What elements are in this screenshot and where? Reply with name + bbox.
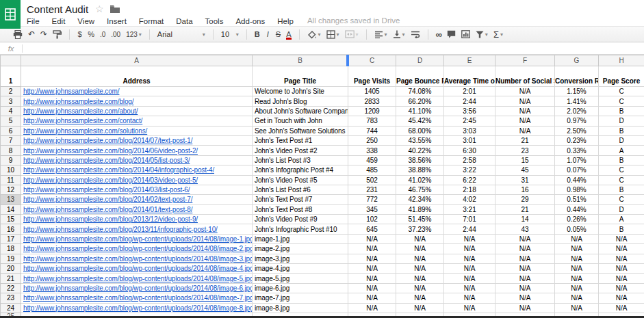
cell-page-title[interactable]: image-8.jpg xyxy=(253,303,348,313)
cell-page-score[interactable]: N/A xyxy=(599,303,644,313)
row-header-14[interactable]: 14 xyxy=(1,204,21,214)
column-header-c[interactable]: C xyxy=(348,55,396,66)
cell-page-score[interactable]: N/A xyxy=(599,274,644,283)
url-link[interactable]: http://www.johnssamplesite.com/blog/2014… xyxy=(23,147,198,155)
cell-page-score[interactable]: C xyxy=(599,165,644,175)
cell-page-title[interactable]: Get in Touch with John xyxy=(253,116,348,126)
cell-page-score[interactable]: C xyxy=(599,195,644,204)
cell-page-visits[interactable]: N/A xyxy=(348,234,396,243)
column-header-h[interactable]: H xyxy=(599,55,644,66)
number-format-button[interactable]: 123▾ xyxy=(123,28,144,40)
cell-conversion-rate[interactable]: N/A xyxy=(555,244,599,254)
row-header-5[interactable]: 5 xyxy=(1,116,21,126)
cell-avg-time[interactable]: 3:03 xyxy=(444,126,495,135)
increase-decimal-button[interactable]: .00 xyxy=(108,28,123,40)
cell-avg-time[interactable]: 2:44 xyxy=(444,224,495,234)
functions-button[interactable]: Σ▾ xyxy=(491,28,506,40)
row-header-18[interactable]: 18 xyxy=(1,244,21,254)
cell-conversion-rate[interactable]: 0.05% xyxy=(555,224,599,234)
menu-item-tools[interactable]: Tools xyxy=(205,17,224,25)
cell-social-shares[interactable]: 45 xyxy=(495,165,555,175)
cell-page-score[interactable]: N/A xyxy=(599,254,644,263)
cell-conversion-rate[interactable]: 1.07% xyxy=(555,155,599,165)
cell-social-shares[interactable]: N/A xyxy=(495,283,555,293)
cell-page-score[interactable]: N/A xyxy=(599,244,644,254)
cell-social-shares[interactable]: N/A xyxy=(495,106,555,116)
cell-social-shares[interactable]: 31 xyxy=(495,175,555,185)
url-link[interactable]: http://www.johnssamplesite.com/blog/wp-c… xyxy=(23,255,253,263)
cell-page-score[interactable]: N/A xyxy=(599,283,644,293)
decrease-decimal-button[interactable]: .0 xyxy=(97,28,108,40)
cell-address[interactable]: http://www.johnssamplesite.com/blog/2014… xyxy=(21,204,253,214)
cell-bounce-rate[interactable]: 41.10% xyxy=(396,106,444,116)
cell-social-shares[interactable]: N/A xyxy=(495,264,555,274)
column-header-d[interactable]: D xyxy=(396,55,444,66)
cell-bounce-rate[interactable]: 45.42% xyxy=(396,116,444,126)
cell-social-shares[interactable]: 43 xyxy=(495,224,555,234)
cell-avg-time[interactable]: 2:45 xyxy=(444,116,495,126)
cell-bounce-rate[interactable]: 43.55% xyxy=(396,135,444,145)
url-link[interactable]: http://www.johnssamplesite.com/blog/wp-c… xyxy=(23,245,253,252)
cell-address[interactable]: http://www.johnssamplesite.com/blog/wp-c… xyxy=(21,244,253,254)
cell-page-score[interactable]: A xyxy=(599,215,644,224)
cell-bounce-rate[interactable]: 74.08% xyxy=(396,87,444,96)
redo-icon[interactable]: ↷ xyxy=(38,28,50,40)
cell-address[interactable]: http://www.johnssamplesite.com/about/ xyxy=(21,106,253,116)
url-link[interactable]: http://www.johnssamplesite.com/blog/2014… xyxy=(23,137,192,144)
cell-page-title[interactable]: John's Video Post #9 xyxy=(253,215,348,224)
undo-icon[interactable]: ↶ xyxy=(25,28,38,40)
row-header-17[interactable]: 17 xyxy=(1,234,21,243)
column-header-f[interactable]: F xyxy=(495,55,555,66)
cell-conversion-rate[interactable]: N/A xyxy=(555,234,599,243)
cell-conversion-rate[interactable]: 0.51% xyxy=(555,195,599,204)
cell-conversion-rate[interactable]: N/A xyxy=(555,303,599,313)
horizontal-align-icon[interactable]: ▾ xyxy=(372,28,390,40)
cell-page-score[interactable]: C xyxy=(599,96,644,106)
row-header-6[interactable]: 6 xyxy=(1,126,21,135)
header-cell-avg-time[interactable]: Average Time on Page xyxy=(444,66,495,87)
paint-format-icon[interactable] xyxy=(50,28,64,40)
cell-page-score[interactable]: D xyxy=(599,135,644,145)
cell-avg-time[interactable]: N/A xyxy=(444,293,495,303)
cell-page-title[interactable]: image-6.jpg xyxy=(253,283,348,293)
header-cell-social-shares[interactable]: Number of Social Shares xyxy=(495,66,555,87)
row-header-3[interactable]: 3 xyxy=(1,96,21,106)
cell-page-visits[interactable]: 772 xyxy=(348,195,396,204)
cell-bounce-rate[interactable]: N/A xyxy=(396,293,444,303)
cell-conversion-rate[interactable]: 0.33% xyxy=(555,146,599,155)
header-cell-conversion-rate[interactable]: Conversion Rate xyxy=(555,66,599,87)
cell-social-shares[interactable]: N/A xyxy=(495,303,555,313)
format-percent-button[interactable]: % xyxy=(85,28,97,40)
row-header-22[interactable]: 22 xyxy=(1,283,21,293)
cell-bounce-rate[interactable]: 41.02% xyxy=(396,175,444,185)
cell-avg-time[interactable]: 6:22 xyxy=(444,175,495,185)
insert-comment-icon[interactable] xyxy=(444,28,459,40)
cell-address[interactable]: http://www.johnssamplesite.com/solutions… xyxy=(21,126,253,135)
cell-social-shares[interactable]: 16 xyxy=(495,185,555,194)
cell-bounce-rate[interactable]: N/A xyxy=(396,274,444,283)
cell-conversion-rate[interactable]: 1.41% xyxy=(555,96,599,106)
cell-page-title[interactable]: John's Text Post #7 xyxy=(253,195,348,204)
cell-avg-time[interactable]: 4:02 xyxy=(444,195,495,204)
cell-page-visits[interactable]: 783 xyxy=(348,116,396,126)
menu-item-add-ons[interactable]: Add-ons xyxy=(235,17,265,25)
cell-avg-time[interactable]: 2:58 xyxy=(444,155,495,165)
cell-social-shares[interactable]: N/A xyxy=(495,234,555,243)
cell-avg-time[interactable]: N/A xyxy=(444,283,495,293)
url-link[interactable]: http://www.johnssamplesite.com/blog/wp-c… xyxy=(23,235,253,243)
cell-conversion-rate[interactable]: N/A xyxy=(555,264,599,274)
cell-page-visits[interactable]: 345 xyxy=(348,204,396,214)
cell-page-visits[interactable]: 250 xyxy=(348,135,396,145)
row-header-20[interactable]: 20 xyxy=(1,264,21,274)
cell-avg-time[interactable]: N/A xyxy=(444,264,495,274)
menu-item-help[interactable]: Help xyxy=(277,17,294,25)
url-link[interactable]: http://www.johnssamplesite.com/blog/2014… xyxy=(23,206,192,213)
url-link[interactable]: http://www.johnssamplesite.com/blog/2013… xyxy=(23,215,198,223)
cell-page-visits[interactable]: 502 xyxy=(348,175,396,185)
cell-page-title[interactable]: John's Infographic Post #10 xyxy=(253,224,348,234)
cell-conversion-rate[interactable]: 0.97% xyxy=(555,116,599,126)
cell-social-shares[interactable]: N/A xyxy=(495,116,555,126)
cell-address[interactable]: http://www.johnssamplesite.com/blog/wp-c… xyxy=(21,283,253,293)
cell-page-score[interactable]: C xyxy=(599,87,644,96)
cell-bounce-rate[interactable]: N/A xyxy=(396,303,444,313)
